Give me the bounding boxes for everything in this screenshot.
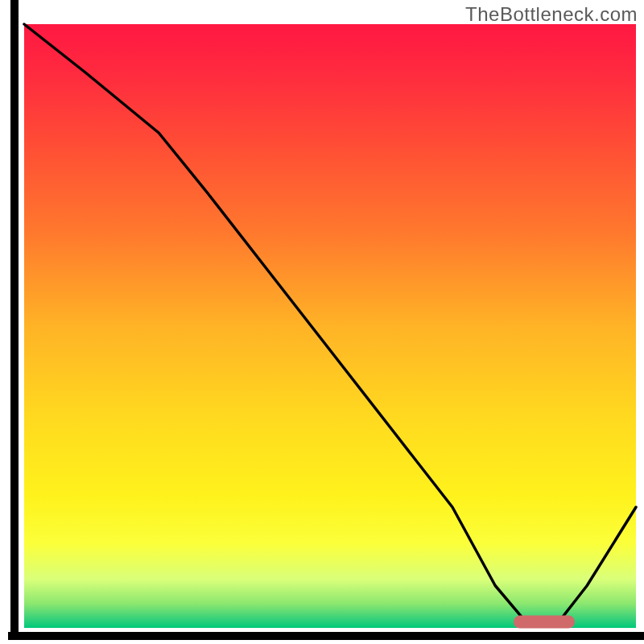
chart-container: { "watermark_text": "TheBottleneck.com",… xyxy=(0,0,644,644)
watermark-text: TheBottleneck.com xyxy=(465,3,638,26)
optimal-marker[interactable] xyxy=(514,616,575,629)
plot-background xyxy=(24,24,636,628)
chart-svg xyxy=(0,0,644,644)
